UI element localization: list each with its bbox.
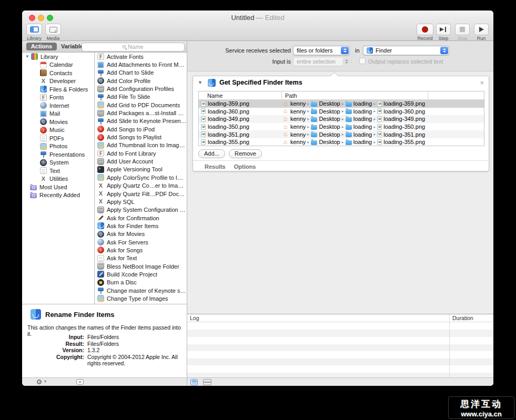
action-item-ask-for-movies[interactable]: Ask for Movies	[95, 230, 187, 238]
action-item-add-user-account[interactable]: Add User Account	[95, 157, 187, 165]
results-link[interactable]: Results	[205, 163, 226, 170]
column-header-name[interactable]: Name	[199, 91, 282, 99]
receives-dropdown[interactable]: files or folders	[293, 46, 350, 55]
sidebar-item-text[interactable]: Text	[22, 167, 94, 175]
sidebar-item-movies[interactable]: Movies	[22, 118, 94, 126]
table-row[interactable]: loading-355.pngkenny▸Desktop▸loading▸loa…	[199, 138, 484, 146]
folder-icon	[346, 102, 352, 107]
action-item-add-attachments-to-front-message[interactable]: Add Attachments to Front Message	[95, 60, 187, 68]
sidebar-item-system[interactable]: System	[22, 159, 94, 167]
search-input[interactable]: Name	[82, 43, 185, 52]
library-button[interactable]	[26, 24, 42, 35]
action-item-add-configuration-profiles[interactable]: Add Configuration Profiles	[95, 85, 187, 93]
sidebar-item-most-used[interactable]: Most Used	[22, 183, 94, 191]
folder-icon	[311, 117, 317, 122]
sidebar-item-internet[interactable]: Internet	[22, 101, 94, 110]
action-item-add-grid-to-pdf-documents[interactable]: Add Grid to PDF Documents	[95, 101, 187, 109]
chevron-down-icon[interactable]: ▾	[44, 379, 46, 384]
remove-button[interactable]: Remove	[229, 149, 262, 158]
action-item-ask-for-text[interactable]: Ask for Text	[95, 254, 187, 262]
sidebar-item-recently-added[interactable]: Recently Added	[22, 191, 94, 200]
action-item-add-thumbnail-icon-to-image-files[interactable]: Add Thumbnail Icon to Image Files	[95, 141, 187, 149]
action-item-build-xcode-project[interactable]: Build Xcode Project	[95, 270, 187, 278]
sidebar-item-presentations[interactable]: Presentations	[22, 150, 94, 159]
action-item-ask-for-songs[interactable]: Ask for Songs	[95, 246, 187, 254]
sidebar-item-utilities[interactable]: Utilities	[22, 175, 94, 183]
action-item-change-master-of-keynote-slide[interactable]: Change master of Keynote slide	[95, 286, 187, 294]
sidebar-item-fonts[interactable]: Fonts	[22, 94, 94, 102]
itunes-icon	[97, 247, 104, 253]
close-icon[interactable]: ×	[480, 79, 484, 86]
options-link[interactable]: Options	[234, 163, 256, 170]
action-item-apply-quartz-filt-pdf-documents[interactable]: Apply Quartz Filt…PDF Documents	[95, 190, 187, 198]
sidebar-item-developer[interactable]: Developer	[22, 77, 94, 86]
png-icon	[377, 124, 382, 130]
action-item-add-songs-to-playlist[interactable]: Add Songs to Playlist	[95, 133, 187, 141]
sidebar-item-music[interactable]: Music	[22, 126, 94, 135]
action-item-add-chart-to-slide[interactable]: Add Chart to Slide	[95, 69, 187, 77]
basket-icon	[97, 110, 104, 117]
sidebar-item-mail[interactable]: Mail	[22, 110, 94, 118]
action-item-apply-system-configuration-settings[interactable]: Apply System Configuration Settings	[95, 206, 187, 214]
finder-icon	[367, 47, 373, 54]
description-popup-button[interactable]: ▾	[76, 379, 84, 385]
table-row[interactable]: loading-351.pngkenny▸Desktop▸loading▸loa…	[199, 130, 484, 138]
pdfs-icon	[40, 135, 47, 141]
action-item-ask-for-servers[interactable]: Ask For Servers	[95, 238, 187, 246]
stepper-icon	[342, 58, 350, 65]
sidebar-item-contacts[interactable]: Contacts	[22, 69, 94, 77]
action-item-add-color-profile[interactable]: Add Color Profile	[95, 77, 187, 85]
run-button[interactable]	[474, 24, 489, 35]
add-button[interactable]: Add...	[198, 149, 225, 158]
watermark-url: www.ciya.cn	[461, 410, 502, 418]
table-row[interactable]: loading-359.pngkenny▸Desktop▸loading▸loa…	[199, 100, 484, 108]
stop-button[interactable]	[455, 24, 470, 35]
actions-list: Activate FontsAdd Attachments to Front M…	[95, 53, 187, 304]
action-item-label: Add Thumbnail Icon to Image Files	[107, 142, 187, 148]
action-item-apple-versioning-tool[interactable]: Apple Versioning Tool	[95, 166, 187, 173]
log-view-icon[interactable]	[190, 379, 198, 385]
action-item-activate-fonts[interactable]: Activate Fonts	[95, 53, 187, 60]
media-button[interactable]	[45, 24, 61, 35]
table-row[interactable]: loading-349.pngkenny▸Desktop▸loading▸loa…	[199, 115, 484, 123]
sidebar-item-library[interactable]: ▼Library	[22, 53, 94, 61]
log-column-divider[interactable]	[449, 314, 450, 378]
sidebar-item-label: Movies	[49, 119, 68, 125]
disclosure-triangle[interactable]: ▼	[25, 54, 29, 59]
action-item-add-file-to-slide[interactable]: Add File To Slide	[95, 93, 187, 101]
service-config-bar: Service receives selected files or folde…	[187, 41, 493, 71]
sidebar-item-calendar[interactable]: Calendar	[22, 61, 94, 69]
path-segment-label: kenny	[290, 100, 306, 107]
action-item-change-type-of-images[interactable]: Change Type of Images	[95, 294, 187, 302]
action-item-ask-for-confirmation[interactable]: Ask for Confirmation	[95, 214, 187, 222]
action-item-bless-netboot-image-folder[interactable]: Bless NetBoot Image Folder	[95, 262, 187, 270]
action-item-burn-a-disc[interactable]: Burn a Disc	[95, 279, 187, 286]
action-item-apply-colorsync-profile-to-images[interactable]: Apply ColorSync Profile to Images	[95, 173, 187, 181]
log-column-header[interactable]: Log	[190, 315, 199, 321]
action-item-add-packages-a-st-install-scripts[interactable]: Add Packages a…st-Install Scripts	[95, 109, 187, 117]
action-item-apply-sql[interactable]: Apply SQL	[95, 198, 187, 206]
column-header-path[interactable]: Path	[282, 91, 428, 99]
sidebar-item-files-folders[interactable]: Files & Folders	[22, 85, 94, 94]
action-item-apply-quartz-co-er-to-image-files[interactable]: Apply Quartz Co…er to Image Files	[95, 182, 187, 190]
description-field: Version:1.3.2	[22, 347, 185, 353]
sidebar-item-pdfs[interactable]: PDFs	[22, 134, 94, 142]
action-item-add-songs-to-ipod[interactable]: Add Songs to iPod	[95, 125, 187, 133]
path-separator-icon: ▸	[373, 140, 376, 145]
action-item-add-to-font-library[interactable]: Add to Font Library	[95, 149, 187, 157]
application-dropdown[interactable]: Finder	[363, 46, 449, 55]
path-cell: kenny▸Desktop▸loading▸loading-351.png	[282, 131, 484, 138]
step-button[interactable]	[436, 24, 451, 35]
table-row[interactable]: loading-360.pngkenny▸Desktop▸loading▸loa…	[199, 108, 484, 116]
table-row[interactable]: loading-350.pngkenny▸Desktop▸loading▸loa…	[199, 123, 484, 131]
gear-icon[interactable]	[37, 380, 42, 384]
record-button[interactable]	[417, 24, 433, 35]
disclosure-triangle[interactable]: ▼	[198, 80, 203, 85]
variables-view-icon[interactable]	[203, 379, 210, 385]
action-item-ask-for-finder-items[interactable]: Ask for Finder Items	[95, 222, 187, 230]
sidebar-item-photos[interactable]: Photos	[22, 142, 94, 151]
tab-actions[interactable]: Actions	[26, 43, 57, 50]
duration-column-header[interactable]: Duration	[452, 315, 473, 321]
action-item-add-slide-to-keynote-presentation[interactable]: Add Slide to Keynote Presentation	[95, 117, 187, 125]
png-file-icon	[201, 108, 206, 114]
